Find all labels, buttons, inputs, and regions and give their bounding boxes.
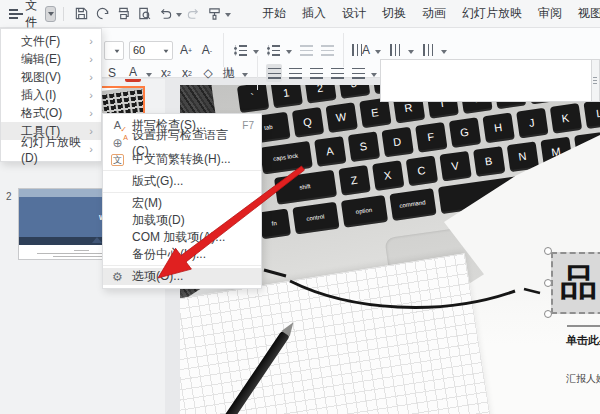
align-right-button[interactable] xyxy=(308,64,324,82)
ribbon-tab[interactable]: 视图 xyxy=(573,0,600,27)
font-color-caret-icon[interactable] xyxy=(146,73,152,80)
output-button[interactable] xyxy=(95,5,110,22)
menu-item[interactable]: 视图(V) xyxy=(1,68,101,86)
keyboard-key: F xyxy=(415,121,447,152)
menu-item[interactable]: 编辑(E) xyxy=(1,50,101,68)
menu-item-label: 编辑(E) xyxy=(21,51,61,68)
clear-format-button[interactable]: ◇ xyxy=(200,64,216,82)
keyboard-key: option xyxy=(340,194,387,227)
gear-icon xyxy=(110,271,125,283)
keyboard-key: G xyxy=(448,117,480,148)
ribbon-tab[interactable]: 设计 xyxy=(337,0,371,27)
file-menu-button[interactable]: 文件 xyxy=(25,0,41,31)
submenu-item[interactable]: 版式(G)... xyxy=(103,173,261,193)
keyboard-key: D xyxy=(381,126,413,157)
submenu-item[interactable]: 设置拼写检查语言(C)... xyxy=(103,134,261,151)
ribbon-tab[interactable]: 开始 xyxy=(257,0,291,27)
selection-handle[interactable] xyxy=(544,247,552,255)
slide-title-textbox[interactable]: 品牌 xyxy=(551,252,600,314)
menu-item[interactable]: 插入(I) xyxy=(1,86,101,104)
justify-button[interactable] xyxy=(329,64,345,82)
ribbon-tab[interactable]: 动画 xyxy=(417,0,451,27)
ribbon-tab[interactable]: 插入 xyxy=(297,0,331,27)
share-icon xyxy=(95,6,110,21)
selection-handle[interactable] xyxy=(544,310,552,318)
ribbon-tab[interactable]: 切换 xyxy=(377,0,411,27)
font-color-button[interactable]: A xyxy=(125,64,141,82)
keyboard-key: V xyxy=(439,150,471,181)
strikethrough-button[interactable]: S xyxy=(104,64,120,82)
gallery-scrollbar[interactable] xyxy=(592,59,600,102)
divider xyxy=(63,7,64,21)
submenu-item-label: 宏(M) xyxy=(132,195,162,212)
align-objects-caret-icon[interactable] xyxy=(441,50,447,57)
slide-subtitle-text[interactable]: 单击此处 xyxy=(566,333,600,348)
print-preview-button[interactable] xyxy=(137,5,152,22)
hamburger-menu-icon[interactable] xyxy=(9,9,18,19)
file-menu-caret-button[interactable] xyxy=(45,6,56,22)
phonetic-guide-button[interactable]: 拋 xyxy=(221,64,237,82)
menu-item[interactable]: 幻灯片放映(D) xyxy=(1,140,101,158)
submenu-item[interactable]: COM 加载项(A)... xyxy=(103,229,261,246)
keyboard-key: L xyxy=(583,98,600,129)
ribbon-tabs: 开始插入设计切换动画幻灯片放映审阅视图安全开发工具特色功能 xyxy=(254,0,600,27)
slide-number: 2 xyxy=(6,191,12,202)
superscript-button[interactable]: x2 xyxy=(158,64,174,82)
align-left-icon xyxy=(268,68,281,79)
paint-brush-icon xyxy=(207,6,222,21)
menu-item[interactable]: 文件(F) xyxy=(1,32,101,50)
keyboard-key: X xyxy=(371,160,403,191)
distribute-caret-icon[interactable] xyxy=(371,73,377,80)
preview-icon xyxy=(137,6,152,21)
increase-indent-icon xyxy=(321,45,334,56)
submenu-item[interactable]: 宏(M) xyxy=(103,195,261,212)
menu-item-label: 格式(O) xyxy=(21,105,62,122)
file-dropdown-menu: 文件(F)编辑(E)视图(V)插入(I)格式(O)工具(T)幻灯片放映(D) xyxy=(0,28,102,162)
submenu-item-label: 加载项(D) xyxy=(132,212,185,229)
submenu-item[interactable]: 加载项(D) xyxy=(103,212,261,229)
selection-handle[interactable] xyxy=(544,279,552,287)
keyboard-key: S xyxy=(347,131,379,162)
submenu-item-label: 中文简繁转换(H)... xyxy=(132,151,231,168)
undo-caret-icon[interactable] xyxy=(176,13,182,20)
keyboard-key: A xyxy=(314,136,346,167)
keyboard-key: fn xyxy=(258,208,290,239)
keyboard-key: J xyxy=(516,107,548,138)
save-icon xyxy=(74,6,89,21)
print-button[interactable] xyxy=(116,5,131,22)
format-painter-button[interactable] xyxy=(207,5,222,22)
keyboard-key: control xyxy=(292,201,339,234)
keyboard-key: K xyxy=(549,103,581,134)
menu-item[interactable]: 格式(O) xyxy=(1,104,101,122)
columns-button[interactable] xyxy=(387,41,403,59)
ribbon-tab[interactable]: 幻灯片放映 xyxy=(457,0,527,27)
align-left-button[interactable] xyxy=(266,64,282,82)
redo-button[interactable] xyxy=(186,5,201,22)
undo-button[interactable] xyxy=(158,5,173,22)
save-button[interactable] xyxy=(74,5,89,22)
titlebar: 文件 开始插入设计切换动画幻灯片放映审阅视图安全开发工具特色功能 xyxy=(0,0,600,28)
distribute-button[interactable] xyxy=(350,64,366,82)
submenu-item[interactable]: 选项(O)... xyxy=(103,268,261,285)
align-center-button[interactable] xyxy=(287,64,303,82)
decrease-indent-icon xyxy=(300,45,313,56)
keyboard-key: H xyxy=(482,112,514,143)
justify-icon xyxy=(331,68,344,79)
text-direction-icon xyxy=(352,44,362,56)
tools-submenu: 拼写检查(S)... F7 设置拼写检查语言(C)... 中文简繁转换(H)..… xyxy=(102,113,262,289)
subscript-button[interactable]: x2 xyxy=(179,64,195,82)
ribbon-tab[interactable]: 审阅 xyxy=(533,0,567,27)
slide-presenter-text[interactable]: 汇报人姓名 xyxy=(566,372,600,386)
menu-item-label: 插入(I) xyxy=(21,87,56,104)
submenu-item-label: COM 加载项(A)... xyxy=(132,229,225,246)
align-objects-icon xyxy=(423,44,433,56)
align-objects-button[interactable] xyxy=(420,41,436,59)
columns-caret-icon[interactable] xyxy=(408,50,414,57)
keyboard-key: Z xyxy=(338,165,370,196)
format-painter-caret-icon[interactable] xyxy=(225,13,231,20)
phonetic-guide-caret-icon[interactable] xyxy=(242,73,248,80)
submenu-item[interactable]: 备份中心(K)... xyxy=(103,246,261,266)
redo-icon xyxy=(186,6,201,21)
keyboard-key: C xyxy=(405,155,437,186)
undo-icon xyxy=(158,6,173,21)
